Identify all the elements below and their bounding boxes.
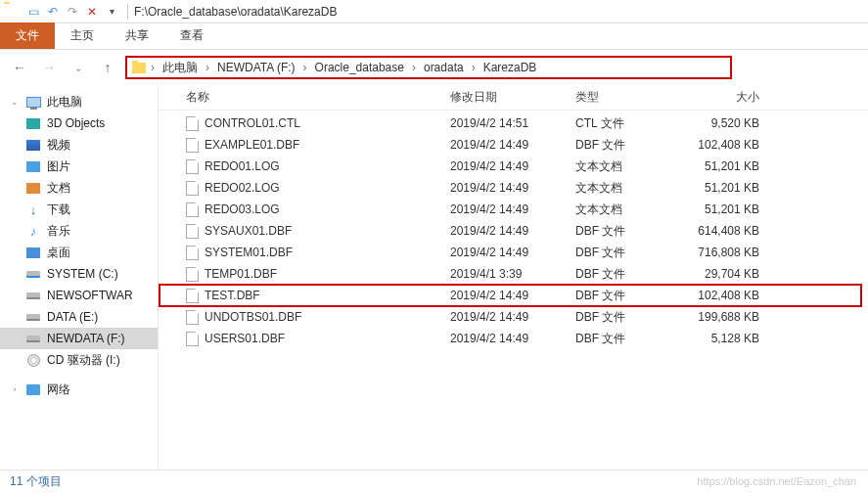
sidebar-item-videos[interactable]: 视频 [0,134,158,156]
chevron-right-icon[interactable]: › [301,61,309,74]
sidebar-item-3dobjects[interactable]: 3D Objects [0,112,158,134]
file-size: 614,408 KB [673,224,767,238]
sidebar-item-drive-f[interactable]: NEWDATA (F:) [0,328,158,349]
sidebar-item-drive-e[interactable]: DATA (E:) [0,306,158,328]
col-type[interactable]: 类型 [568,89,673,106]
watermark: https://blog.csdn.net/Eazon_chan [697,475,856,487]
tab-share[interactable]: 共享 [110,22,164,49]
file-type: DBF 文件 [568,288,673,304]
sidebar-label: NEWDATA (F:) [47,332,125,345]
file-row[interactable]: TEMP01.DBF2019/4/1 3:39DBF 文件29,704 KB [159,263,868,285]
sidebar-item-drive-c[interactable]: SYSTEM (C:) [0,263,158,285]
file-row[interactable]: TEST.DBF2019/4/2 14:49DBF 文件102,408 KB [159,284,862,307]
file-size: 102,408 KB [673,289,767,302]
file-size: 716,808 KB [673,246,767,259]
file-date: 2019/4/2 14:49 [442,202,568,216]
file-size: 29,704 KB [673,267,767,281]
collapse-icon[interactable]: ⌄ [10,97,20,107]
nav-recent-icon[interactable]: ⌄ [67,56,90,79]
file-row[interactable]: REDO02.LOG2019/4/2 14:49文本文档51,201 KB [159,177,868,199]
file-name: REDO03.LOG [205,202,280,216]
sidebar-item-network[interactable]: › 网络 [0,379,158,400]
titlebar: ▭ ↶ ↷ ✕ ▾ F:\Oracle_database\oradata\Kar… [0,0,868,23]
file-name: REDO01.LOG [205,159,280,173]
file-date: 2019/4/2 14:49 [442,224,568,238]
file-name: UNDOTBS01.DBF [205,310,301,324]
file-row[interactable]: SYSTEM01.DBF2019/4/2 14:49DBF 文件716,808 … [159,242,868,263]
expand-icon[interactable]: › [10,384,20,394]
file-date: 2019/4/2 14:49 [442,159,568,173]
folder-icon [131,63,147,73]
tab-file[interactable]: 文件 [0,22,55,49]
crumb[interactable]: oradata [420,61,468,74]
qat-redo-icon[interactable]: ↷ [64,3,81,21]
crumb[interactable]: 此电脑 [159,60,202,76]
sidebar: ⌄ 此电脑 3D Objects 视频 图片 文档 ↓ 下载 ♪ 音乐 [0,85,159,470]
sidebar-item-documents[interactable]: 文档 [0,177,158,199]
file-size: 51,201 KB [673,202,767,216]
chevron-right-icon[interactable]: › [410,61,418,74]
file-row[interactable]: REDO01.LOG2019/4/2 14:49文本文档51,201 KB [159,156,868,177]
crumb[interactable]: NEWDATA (F:) [213,61,299,74]
file-type: 文本文档 [568,158,673,175]
qat-close-icon[interactable]: ✕ [83,3,101,21]
sidebar-item-thispc[interactable]: ⌄ 此电脑 [0,91,158,112]
col-date[interactable]: 修改日期 [442,89,568,106]
crumb[interactable]: Oracle_database [311,61,408,74]
file-row[interactable]: SYSAUX01.DBF2019/4/2 14:49DBF 文件614,408 … [159,220,868,242]
nav-up-icon[interactable]: ↑ [96,56,119,79]
col-name[interactable]: 名称 [178,89,442,106]
file-icon [186,138,199,153]
tab-home[interactable]: 主页 [55,22,110,49]
pc-icon [25,94,41,110]
sidebar-item-music[interactable]: ♪ 音乐 [0,220,158,242]
sidebar-item-pictures[interactable]: 图片 [0,156,158,177]
chevron-right-icon[interactable]: › [204,61,211,74]
sidebar-label: SYSTEM (C:) [47,267,118,281]
file-icon [186,159,199,174]
file-type: DBF 文件 [568,331,673,347]
download-icon: ↓ [25,202,41,217]
nav-row: ← → ⌄ ↑ › 此电脑 › NEWDATA (F:) › Oracle_da… [0,50,868,85]
file-date: 2019/4/2 14:49 [442,181,568,195]
file-rows: CONTROL01.CTL2019/4/2 14:51CTL 文件9,520 K… [159,111,868,349]
crumb[interactable]: KarezaDB [480,61,541,74]
file-date: 2019/4/2 14:49 [442,246,568,259]
file-date: 2019/4/1 3:39 [442,267,568,281]
qat-properties-icon[interactable]: ▭ [24,3,42,21]
file-row[interactable]: USERS01.DBF2019/4/2 14:49DBF 文件5,128 KB [159,328,868,349]
status-count: 11 个项目 [10,473,62,490]
file-icon [186,116,199,131]
music-icon: ♪ [25,223,41,239]
sidebar-item-downloads[interactable]: ↓ 下载 [0,199,158,220]
chevron-right-icon[interactable]: › [149,61,157,74]
file-size: 5,128 KB [673,332,767,345]
file-row[interactable]: REDO03.LOG2019/4/2 14:49文本文档51,201 KB [159,199,868,220]
file-row[interactable]: CONTROL01.CTL2019/4/2 14:51CTL 文件9,520 K… [159,112,868,134]
qat-dropdown-icon[interactable]: ▾ [103,3,120,21]
qat-undo-icon[interactable]: ↶ [44,3,62,21]
file-size: 51,201 KB [673,181,767,195]
file-type: DBF 文件 [568,223,673,240]
file-row[interactable]: EXAMPLE01.DBF2019/4/2 14:49DBF 文件102,408… [159,134,868,156]
cube-icon [25,115,41,131]
sidebar-label: 此电脑 [47,94,82,111]
col-size[interactable]: 大小 [673,89,767,106]
sidebar-item-desktop[interactable]: 桌面 [0,242,158,263]
tab-view[interactable]: 查看 [164,22,219,49]
file-date: 2019/4/2 14:51 [442,116,568,130]
sidebar-label: NEWSOFTWAR [47,289,133,302]
sidebar-item-drive-i[interactable]: CD 驱动器 (I:) [0,349,158,371]
breadcrumb[interactable]: › 此电脑 › NEWDATA (F:) › Oracle_database ›… [125,56,732,79]
nav-forward-icon[interactable]: → [37,56,61,79]
file-name: TEMP01.DBF [205,267,277,281]
nav-back-icon[interactable]: ← [8,56,31,79]
sidebar-item-drive-d[interactable]: NEWSOFTWAR [0,285,158,306]
chevron-right-icon[interactable]: › [470,61,478,74]
file-row[interactable]: UNDOTBS01.DBF2019/4/2 14:49DBF 文件199,688… [159,306,868,328]
video-icon [25,137,41,153]
sidebar-label: 网络 [47,381,70,398]
file-icon [186,289,199,303]
file-name: SYSAUX01.DBF [205,224,292,238]
file-icon [186,332,199,346]
